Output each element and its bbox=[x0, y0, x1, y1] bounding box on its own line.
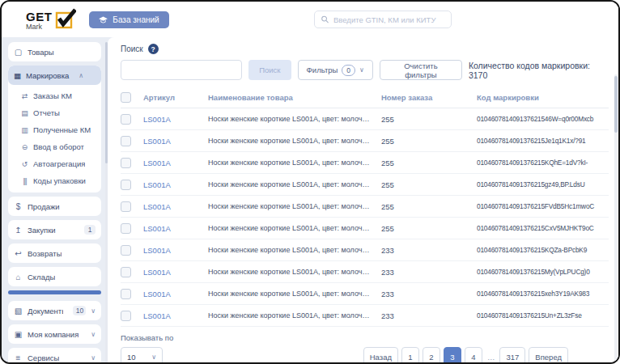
row-checkbox[interactable] bbox=[121, 289, 131, 299]
documents-icon: ▧ bbox=[14, 307, 23, 315]
help-icon[interactable]: ? bbox=[148, 44, 159, 54]
page-scrollbar-thumb[interactable] bbox=[614, 76, 618, 133]
documents-count-badge: 10 bbox=[73, 306, 86, 315]
select-all-checkbox[interactable] bbox=[121, 92, 131, 103]
pagination-page-1[interactable]: 1 bbox=[401, 347, 419, 364]
sku-link[interactable]: LS001A bbox=[143, 202, 208, 211]
chevron-down-icon: ∨ bbox=[91, 307, 96, 315]
sidebar-item-autoaggregation[interactable]: ↺ Автоагрегация bbox=[8, 155, 101, 172]
sku-link[interactable]: LS001A bbox=[143, 180, 208, 189]
row-checkbox[interactable] bbox=[121, 245, 131, 256]
pagination-prev-button[interactable]: Назад bbox=[363, 347, 398, 364]
sidebar-item-label: Автоагрегация bbox=[33, 159, 85, 168]
row-checkbox[interactable] bbox=[121, 158, 131, 168]
row-checkbox[interactable] bbox=[121, 201, 131, 212]
search-section-label: Поиск bbox=[121, 44, 143, 53]
row-checkbox[interactable] bbox=[121, 114, 131, 125]
marking-code: 0104607814091376215KQZa-BPcbK9 bbox=[477, 246, 609, 254]
sku-link[interactable]: LS001A bbox=[143, 137, 208, 146]
refresh-icon: ↺ bbox=[20, 160, 29, 168]
codes-count: Количество кодов маркировки: 3170 bbox=[469, 61, 609, 80]
sidebar-item-label: Склады bbox=[28, 273, 55, 281]
knowledge-base-label: База знаний bbox=[113, 15, 159, 24]
pagination-page-2[interactable]: 2 bbox=[423, 347, 440, 364]
sidebar-item-purchases[interactable]: ↥ Закупки 1 bbox=[8, 220, 101, 239]
global-search-input[interactable] bbox=[333, 15, 444, 24]
marking-code: 0104607814091376215My(VpLPUCg)0 bbox=[477, 268, 609, 276]
pagination-page-4[interactable]: 4 bbox=[465, 347, 482, 364]
table-row: LS001A Носки женские короткие LS001A, цв… bbox=[121, 305, 609, 327]
logo-text-get: GET bbox=[26, 11, 52, 23]
marking-codes-table: Артикул Наименование товара Номер заказа… bbox=[121, 87, 609, 327]
sidebar-item-warehouses[interactable]: ⌂ Склады bbox=[8, 267, 101, 286]
toolbar: Поиск Фильтры 0 ∨ Очистить фильтры Колич… bbox=[121, 60, 609, 80]
global-search bbox=[314, 11, 452, 28]
sku-link[interactable]: LS001A bbox=[143, 268, 208, 277]
product-name: Носки женские короткие LS001A, цвет: мол… bbox=[208, 159, 381, 167]
product-name: Носки женские короткие LS001A, цвет: мол… bbox=[208, 224, 381, 232]
sidebar-item-documents[interactable]: ▧ Документы 10 ∨ bbox=[8, 301, 101, 320]
sidebar-item-label: Возвраты bbox=[28, 249, 62, 258]
sidebar-item-my-company[interactable]: ▣ Моя компания ∨ bbox=[8, 324, 101, 344]
marking-code: 0104607814091376215gz49,BP.LdsU bbox=[477, 180, 609, 188]
sidebar-item-label: Заказы КМ bbox=[33, 91, 72, 100]
sidebar-item-returns[interactable]: ↩ Возвраты bbox=[8, 243, 101, 263]
search-icon bbox=[321, 15, 329, 23]
sidebar-item-circulation[interactable]: ⊖ Ввод в оборот bbox=[8, 138, 101, 155]
sidebar-item-services[interactable]: ≡ Сервисы ∨ bbox=[8, 348, 101, 364]
per-page-select[interactable]: 10 ∨ bbox=[121, 347, 163, 364]
filters-count-badge: 0 bbox=[342, 65, 355, 76]
product-name: Носки женские короткие LS001A, цвет: мол… bbox=[208, 290, 381, 298]
marking-code: 010460781409137621546W=q0r00Mxcb bbox=[477, 115, 609, 123]
sidebar-divider bbox=[8, 290, 101, 294]
table-row: LS001A Носки женские короткие LS001A, цв… bbox=[121, 196, 609, 218]
column-header-name: Наименование товара bbox=[208, 93, 381, 102]
search-button[interactable]: Поиск bbox=[248, 60, 291, 80]
row-checkbox[interactable] bbox=[121, 136, 131, 146]
app-window: GET Mark База знаний bbox=[0, 0, 620, 364]
marking-code: 0104607814091376215KQhE=1dV?kI- bbox=[477, 159, 609, 167]
sidebar-item-products[interactable]: ▢ Товары bbox=[8, 42, 101, 61]
chevron-down-icon: ∨ bbox=[151, 353, 156, 361]
pagination-last-page[interactable]: 317 bbox=[499, 347, 525, 364]
sku-link[interactable]: LS001A bbox=[143, 159, 208, 167]
sidebar-item-label: Отчеты bbox=[33, 108, 60, 117]
pagination-next-button[interactable]: Вперед bbox=[529, 347, 568, 364]
product-name: Носки женские короткие LS001A, цвет: мол… bbox=[208, 311, 381, 320]
row-checkbox[interactable] bbox=[121, 311, 131, 321]
table-row: LS001A Носки женские короткие LS001A, цв… bbox=[121, 108, 609, 130]
sku-link[interactable]: LS001A bbox=[143, 246, 208, 255]
filter-search-input[interactable] bbox=[121, 60, 242, 80]
sidebar-item-package-codes[interactable]: ||| Коды упаковки bbox=[8, 172, 101, 189]
sidebar-item-label: Полученные КМ bbox=[33, 125, 91, 134]
table-row: LS001A Носки женские короткие LS001A, цв… bbox=[121, 174, 609, 196]
sidebar-item-reports[interactable]: ▤ Отчеты bbox=[8, 104, 101, 121]
sidebar-item-received-km[interactable]: ▥ Полученные КМ bbox=[8, 121, 101, 138]
chevron-down-icon: ∨ bbox=[91, 331, 96, 338]
filters-button[interactable]: Фильтры 0 ∨ bbox=[298, 60, 373, 80]
pagination-ellipsis: … bbox=[486, 353, 497, 362]
sidebar-item-km-orders[interactable]: ⇄ Заказы КМ bbox=[8, 87, 101, 104]
row-checkbox[interactable] bbox=[121, 267, 131, 277]
content-area: ▢ Товары ▦ Маркировка ∧ ⇄ Заказы КМ ▤ bbox=[2, 37, 618, 364]
sidebar-item-label: Ввод в оборот bbox=[33, 142, 84, 151]
pagination-page-3-active[interactable]: 3 bbox=[444, 347, 461, 364]
sidebar-item-marking[interactable]: ▦ Маркировка ∧ bbox=[8, 66, 101, 85]
per-page-label: Показывать по bbox=[121, 333, 173, 342]
table-row: LS001A Носки женские короткие LS001A, цв… bbox=[121, 152, 609, 174]
sku-link[interactable]: LS001A bbox=[143, 224, 208, 233]
sku-link[interactable]: LS001A bbox=[143, 115, 208, 124]
chevron-down-icon: ∨ bbox=[91, 354, 96, 362]
clear-filters-button[interactable]: Очистить фильтры bbox=[380, 60, 462, 80]
sidebar-item-label: Моя компания bbox=[28, 330, 79, 339]
sidebar-item-sales[interactable]: $ Продажи bbox=[8, 197, 101, 216]
warehouse-icon: ⌂ bbox=[14, 273, 23, 281]
row-checkbox[interactable] bbox=[121, 180, 131, 190]
row-checkbox[interactable] bbox=[121, 223, 131, 234]
knowledge-base-button[interactable]: База знаний bbox=[89, 11, 168, 28]
marking-code: 0104607814091376215Un+ZL3zFse bbox=[477, 311, 609, 320]
sku-link[interactable]: LS001A bbox=[143, 311, 208, 320]
sidebar: ▢ Товары ▦ Маркировка ∧ ⇄ Заказы КМ ▤ bbox=[2, 37, 108, 364]
sku-link[interactable]: LS001A bbox=[143, 290, 208, 298]
table-row: LS001A Носки женские короткие LS001A, цв… bbox=[121, 239, 609, 261]
